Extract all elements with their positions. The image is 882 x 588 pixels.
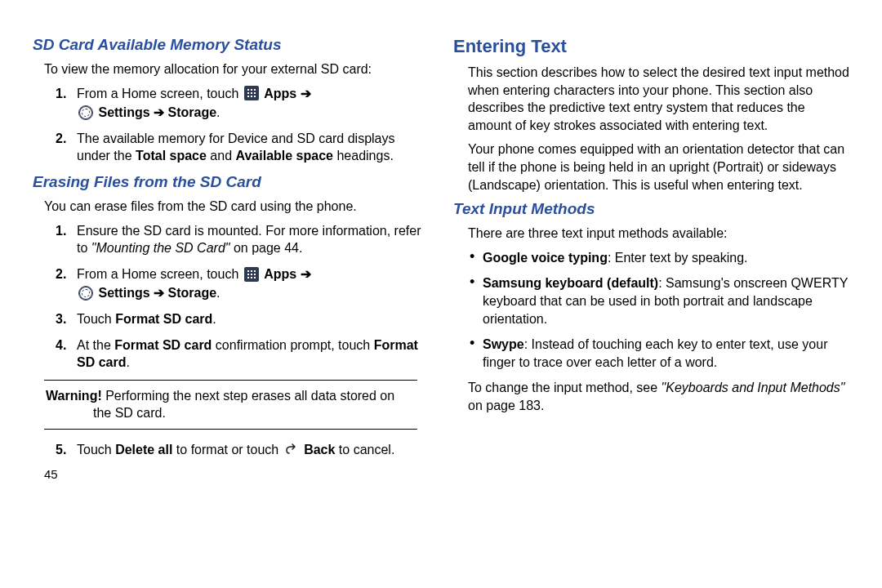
heading-input-methods: Text Input Methods bbox=[453, 200, 849, 218]
arrow-icon: ➔ bbox=[154, 105, 164, 119]
manual-page: SD Card Available Memory Status To view … bbox=[0, 0, 882, 588]
arrow-icon: ➔ bbox=[154, 286, 164, 300]
apps-icon bbox=[244, 267, 259, 282]
heading-erasing: Erasing Files from the SD Card bbox=[33, 173, 429, 191]
step-number: 3. bbox=[56, 310, 66, 328]
step-1: 1. Ensure the SD card is mounted. For mo… bbox=[56, 222, 429, 257]
entering-text-p2: Your phone comes equipped with an orient… bbox=[468, 140, 849, 194]
step-2: 2. From a Home screen, touch Apps ➔ Sett… bbox=[56, 265, 429, 302]
heading-sd-status: SD Card Available Memory Status bbox=[33, 36, 429, 54]
settings-icon bbox=[78, 105, 93, 120]
step-number: 1. bbox=[56, 85, 66, 103]
input-methods-list: Google voice typing: Enter text by speak… bbox=[468, 249, 849, 372]
list-item: Swype: Instead of touching each key to e… bbox=[468, 336, 849, 371]
change-input-note: To change the input method, see "Keyboar… bbox=[468, 379, 849, 414]
storage-label: Storage bbox=[167, 105, 216, 119]
step-4: 4. At the Format SD card confirmation pr… bbox=[56, 336, 429, 372]
settings-label: Settings bbox=[98, 105, 149, 119]
list-item: Google voice typing: Enter text by speak… bbox=[468, 249, 849, 267]
heading-entering-text: Entering Text bbox=[453, 36, 849, 57]
input-methods-intro: There are three text input methods avail… bbox=[468, 225, 849, 243]
apps-icon bbox=[244, 86, 259, 100]
warning-text: Performing the next step erases all data… bbox=[102, 389, 394, 403]
step-text: From a Home screen, touch bbox=[77, 87, 243, 100]
page-number: 45 bbox=[44, 467, 429, 481]
settings-icon bbox=[78, 286, 93, 301]
back-icon bbox=[284, 443, 299, 457]
step-number: 2. bbox=[56, 265, 66, 283]
step-number: 5. bbox=[56, 441, 66, 459]
step-2: 2. The available memory for Device and S… bbox=[56, 130, 429, 165]
sd-status-steps: 1. From a Home screen, touch Apps ➔ Sett… bbox=[56, 85, 429, 165]
list-item: Samsung keyboard (default): Samsung's on… bbox=[468, 274, 849, 327]
warning-box: Warning! Performing the next step erases… bbox=[44, 380, 417, 430]
warning-text-line2: the SD card. bbox=[46, 404, 416, 422]
step-1: 1. From a Home screen, touch Apps ➔ Sett… bbox=[56, 85, 429, 122]
right-column: Entering Text This section describes how… bbox=[453, 33, 849, 572]
apps-label: Apps bbox=[264, 87, 296, 100]
sd-status-intro: To view the memory allocation for your e… bbox=[44, 60, 429, 78]
step-3: 3. Touch Format SD card. bbox=[56, 310, 429, 328]
erasing-intro: You can erase files from the SD card usi… bbox=[44, 198, 429, 216]
step-number: 4. bbox=[56, 336, 66, 354]
arrow-icon: ➔ bbox=[301, 267, 311, 281]
entering-text-p1: This section describes how to select the… bbox=[468, 64, 849, 134]
step-number: 2. bbox=[56, 130, 66, 148]
arrow-icon: ➔ bbox=[301, 87, 311, 100]
left-column: SD Card Available Memory Status To view … bbox=[33, 33, 429, 572]
erasing-steps-cont: 5. Touch Delete all to format or touch B… bbox=[56, 441, 429, 459]
warning-label: Warning! bbox=[46, 389, 102, 403]
step-5: 5. Touch Delete all to format or touch B… bbox=[56, 441, 429, 459]
erasing-steps: 1. Ensure the SD card is mounted. For mo… bbox=[56, 222, 429, 372]
step-number: 1. bbox=[56, 222, 66, 240]
